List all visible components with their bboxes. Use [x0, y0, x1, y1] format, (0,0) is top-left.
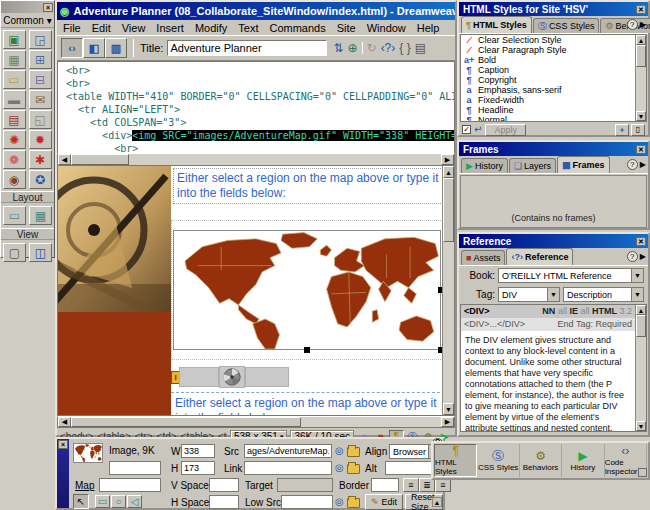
scrollbar-track[interactable]: [301, 417, 441, 427]
menu-window[interactable]: Window: [367, 22, 406, 34]
code-nav-icon[interactable]: { }: [399, 41, 410, 55]
book-dropdown[interactable]: O'REILLY HTML Reference ▼: [498, 268, 644, 283]
launcher-css-styles[interactable]: ⓈCSS Styles: [477, 444, 519, 477]
close-icon[interactable]: ✕: [636, 237, 646, 246]
poly-hotspot-tool[interactable]: ◁: [127, 495, 142, 508]
file-status-icon[interactable]: ⇅: [333, 41, 343, 55]
resize-handle-right[interactable]: [438, 287, 442, 293]
preview-icon[interactable]: ⊕: [348, 41, 358, 55]
folder-icon[interactable]: [347, 498, 360, 508]
scrollbar-thumb[interactable]: [636, 315, 646, 337]
dock-toggle-icon[interactable]: [638, 468, 647, 477]
fireworks-html-button[interactable]: ✺: [3, 130, 26, 149]
insert-generator-button[interactable]: ✪: [29, 170, 52, 189]
chevron-down-icon[interactable]: ▼: [631, 269, 643, 282]
draw-layer-button[interactable]: ▭: [3, 70, 26, 89]
close-icon[interactable]: ✕: [636, 145, 646, 154]
menu-edit[interactable]: Edit: [92, 22, 111, 34]
reference-scrollbar[interactable]: ▲ ▼: [635, 305, 646, 431]
style-item[interactable]: ¶Headline: [461, 105, 635, 115]
menu-help[interactable]: Help: [417, 22, 440, 34]
resize-handle-bottom[interactable]: [304, 347, 310, 353]
scroll-left-icon[interactable]: ◀: [58, 417, 71, 427]
tabular-data-button[interactable]: ⊞: [29, 50, 52, 69]
flyout-menu-icon[interactable]: ▶: [640, 160, 646, 169]
shockwave-button[interactable]: ◉: [3, 170, 26, 189]
design-view-button[interactable]: ▥: [105, 38, 127, 58]
design-horizontal-scrollbar[interactable]: ◀ ▶: [57, 416, 455, 428]
code-view[interactable]: <br><br><table WIDTH="410" BORDER="0" CE…: [57, 61, 455, 153]
menu-insert[interactable]: Insert: [156, 22, 184, 34]
flyout-menu-icon[interactable]: ▶: [640, 20, 646, 29]
close-icon[interactable]: ×: [58, 440, 68, 449]
style-item[interactable]: ⁄Clear Paragraph Style: [461, 45, 635, 55]
style-item[interactable]: ⁄Clear Selection Style: [461, 35, 635, 45]
point-to-file-icon[interactable]: ◎: [335, 445, 344, 456]
close-icon[interactable]: ✕: [636, 5, 646, 14]
chevron-down-icon[interactable]: ▼: [631, 288, 643, 301]
edit-button[interactable]: ✎ Edit: [365, 494, 403, 510]
menu-modify[interactable]: Modify: [195, 22, 227, 34]
menu-view[interactable]: View: [122, 22, 146, 34]
tab-html-styles[interactable]: ¶HTML Styles: [461, 16, 532, 33]
launcher-html-styles[interactable]: ¶HTML Styles: [434, 444, 477, 477]
reference-titlebar[interactable]: Reference ✕: [459, 234, 648, 248]
title-input[interactable]: [167, 40, 327, 56]
flash-text-button[interactable]: ✱: [29, 150, 52, 169]
menu-commands[interactable]: Commands: [269, 22, 325, 34]
view-options-icon[interactable]: ▤: [415, 41, 426, 55]
oval-hotspot-tool[interactable]: ○: [111, 495, 126, 508]
close-icon[interactable]: ×: [43, 3, 53, 12]
resize-handle-corner[interactable]: [438, 347, 442, 353]
design-vertical-scrollbar[interactable]: ▲ ▼: [442, 166, 454, 415]
point-to-file-icon[interactable]: ◎: [335, 496, 344, 507]
objects-category-dropdown[interactable]: Common ▾: [1, 13, 54, 28]
tab-layers[interactable]: ❏Layers: [509, 158, 556, 173]
scrollbar-thumb[interactable]: [71, 417, 301, 427]
world-map-image[interactable]: [173, 230, 441, 350]
scroll-right-icon[interactable]: ▶: [441, 417, 454, 427]
align-center-icon[interactable]: ≣: [419, 478, 435, 492]
reference-icon[interactable]: ‹?›: [381, 41, 396, 55]
insert-flash-button[interactable]: ✹: [29, 130, 52, 149]
tab-reference[interactable]: ‹?›Reference: [506, 248, 573, 265]
document-titlebar[interactable]: ◉ Adventure Planner (08_Collaborate_Site…: [57, 2, 455, 20]
server-side-include-button[interactable]: ◱: [29, 110, 52, 129]
tag-dropdown[interactable]: DIV ▼: [498, 287, 560, 302]
launcher-behaviors[interactable]: ⚙Behaviors: [520, 444, 562, 477]
link-input[interactable]: [244, 461, 332, 475]
src-input[interactable]: [244, 444, 332, 458]
draw-layout-table-button[interactable]: ▦: [29, 206, 52, 225]
flash-button-button[interactable]: ❁: [3, 150, 26, 169]
image-name-input[interactable]: [109, 461, 161, 475]
help-icon[interactable]: ?: [627, 159, 638, 170]
help-icon[interactable]: ?: [627, 251, 638, 262]
style-item[interactable]: aEmphasis, sans-serif: [461, 85, 635, 95]
tab-frames[interactable]: ▦Frames: [557, 156, 610, 173]
tab-assets[interactable]: ■Assets: [461, 250, 505, 265]
scroll-left-icon[interactable]: ◀: [58, 154, 71, 165]
insert-image-button[interactable]: ▣: [3, 30, 26, 49]
lowsrc-input[interactable]: [281, 495, 333, 509]
rollover-image-button[interactable]: ◲: [29, 30, 52, 49]
expander-icon[interactable]: ▲: [432, 497, 442, 507]
html-styles-titlebar[interactable]: HTML Styles for Site 'HSV' ✕: [459, 2, 648, 16]
design-view[interactable]: Either select a region on the map above …: [57, 166, 455, 416]
style-item[interactable]: ¶Caption: [461, 65, 635, 75]
menu-file[interactable]: File: [63, 22, 81, 34]
inspector-titlebar[interactable]: ×: [57, 439, 69, 508]
width-input[interactable]: [181, 444, 215, 458]
style-item[interactable]: ¶Normal: [461, 115, 635, 121]
align-right-icon[interactable]: ≡: [435, 478, 451, 492]
launcher-history[interactable]: ▶History: [562, 444, 604, 477]
hspace-input[interactable]: [209, 495, 239, 509]
scroll-up-icon[interactable]: ▲: [443, 166, 454, 178]
refresh-icon[interactable]: ↻: [367, 41, 377, 55]
menu-text[interactable]: Text: [238, 22, 258, 34]
auto-apply-checkbox[interactable]: ✓: [462, 125, 471, 134]
folder-icon[interactable]: [347, 464, 360, 474]
pinwheel-image[interactable]: [219, 366, 245, 388]
layout-view-button[interactable]: ◫: [29, 243, 52, 262]
map-input[interactable]: [99, 478, 161, 492]
menu-site[interactable]: Site: [337, 22, 356, 34]
